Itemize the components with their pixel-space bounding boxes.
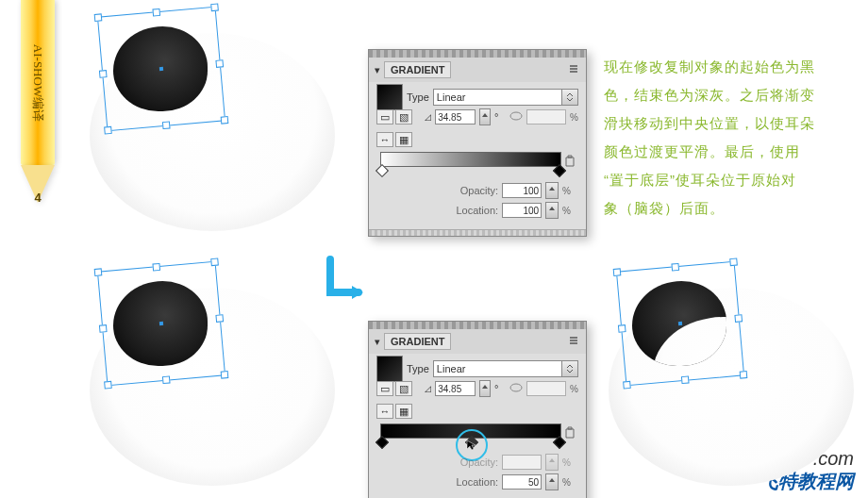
- pencil-label-marker: AI-SHOW编译 4: [21, 0, 55, 226]
- flow-arrow-icon: [326, 255, 363, 302]
- opacity-label: Opacity:: [460, 456, 498, 468]
- percent-symbol: %: [562, 457, 571, 468]
- resize-handle[interactable]: [104, 126, 112, 135]
- selection-center[interactable]: [678, 322, 682, 325]
- panel-title[interactable]: GRADIENT: [384, 61, 451, 78]
- angle-input[interactable]: 34.85: [435, 381, 475, 396]
- gradient-fill-swatch[interactable]: [376, 356, 403, 382]
- resize-handle[interactable]: [681, 375, 690, 384]
- resize-handle[interactable]: [613, 268, 622, 276]
- resize-handle[interactable]: [99, 70, 108, 78]
- aspect-ratio-input: [526, 381, 566, 396]
- resize-handle[interactable]: [729, 257, 738, 266]
- resize-handle[interactable]: [210, 3, 219, 11]
- panel-title[interactable]: GRADIENT: [384, 333, 451, 350]
- gradient-panel: ▾ GRADIENT Type Linear ▭ ▧ ◿ 34.85: [368, 321, 587, 498]
- resize-handle[interactable]: [215, 59, 224, 68]
- panel-resize-grip[interactable]: [369, 229, 586, 236]
- gradient-options-icon[interactable]: ▦: [395, 132, 412, 147]
- location-stepper[interactable]: [545, 473, 559, 490]
- stroke-gradient-icon[interactable]: ▭: [376, 109, 393, 124]
- resize-handle[interactable]: [734, 314, 743, 323]
- aspect-ratio-icon: [509, 383, 523, 394]
- location-label: Location:: [456, 205, 498, 216]
- gradient-stop[interactable]: [376, 164, 389, 177]
- dropdown-arrows-icon[interactable]: [561, 361, 577, 376]
- percent-symbol: %: [562, 477, 571, 488]
- type-label: Type: [407, 363, 429, 374]
- gradient-type-select[interactable]: Linear: [433, 89, 578, 106]
- selection-center[interactable]: [159, 322, 163, 325]
- resize-handle[interactable]: [221, 371, 229, 379]
- aspect-ratio-icon: [509, 111, 523, 123]
- reverse-gradient-button[interactable]: ↔: [376, 132, 393, 147]
- opacity-input: [502, 455, 542, 470]
- cursor-icon: [466, 440, 477, 451]
- location-label: Location:: [456, 476, 498, 488]
- stroke-gradient-along-icon[interactable]: ▧: [395, 109, 412, 124]
- resize-handle[interactable]: [740, 371, 748, 379]
- resize-handle[interactable]: [623, 381, 631, 390]
- desc-line: 滑块移动到中央位置，以使耳朵: [604, 109, 849, 138]
- svg-point-1: [510, 384, 522, 391]
- resize-handle[interactable]: [162, 375, 171, 384]
- gradient-fill-swatch[interactable]: [376, 84, 403, 110]
- resize-handle[interactable]: [221, 116, 229, 124]
- angle-icon: ◿: [425, 384, 431, 393]
- location-input[interactable]: 50: [502, 474, 542, 490]
- degree-symbol: °: [494, 383, 498, 394]
- delete-stop-icon[interactable]: [564, 155, 576, 168]
- selection-bounding-box[interactable]: [616, 261, 744, 387]
- gradient-type-select[interactable]: Linear: [433, 360, 578, 377]
- resize-handle[interactable]: [94, 13, 103, 22]
- selection-bounding-box[interactable]: [97, 261, 225, 387]
- angle-stepper[interactable]: [479, 380, 491, 397]
- angle-input[interactable]: 34.85: [435, 109, 475, 124]
- stroke-gradient-along-icon[interactable]: ▧: [395, 381, 412, 396]
- resize-handle[interactable]: [94, 268, 103, 276]
- type-label: Type: [407, 91, 429, 103]
- desc-line: “置于底层”使耳朵位于原始对: [604, 166, 849, 194]
- gradient-stop[interactable]: [376, 436, 389, 449]
- location-input[interactable]: 100: [502, 203, 542, 218]
- instruction-text: 现在修改复制对象的起始色为黑 色，结束色为深灰。之后将渐变 滑块移动到中央位置，…: [604, 53, 849, 223]
- resize-handle[interactable]: [152, 263, 160, 272]
- aspect-ratio-input: [526, 109, 566, 124]
- resize-handle[interactable]: [99, 324, 108, 333]
- chevron-down-icon[interactable]: ▾: [375, 64, 380, 76]
- selection-center[interactable]: [159, 67, 163, 71]
- opacity-label: Opacity:: [460, 185, 498, 196]
- resize-handle[interactable]: [671, 263, 679, 272]
- gradient-type-value: Linear: [437, 91, 466, 103]
- resize-handle[interactable]: [215, 314, 224, 323]
- resize-handle[interactable]: [162, 121, 171, 129]
- opacity-stepper[interactable]: [545, 182, 559, 199]
- svg-point-0: [510, 112, 522, 120]
- location-stepper[interactable]: [545, 202, 559, 219]
- reverse-gradient-button[interactable]: ↔: [376, 404, 393, 419]
- chevron-down-icon[interactable]: ▾: [375, 336, 380, 348]
- resize-handle[interactable]: [210, 257, 219, 266]
- dropdown-arrows-icon[interactable]: [561, 90, 577, 105]
- desc-line: 象（脑袋）后面。: [604, 194, 849, 223]
- resize-handle[interactable]: [104, 381, 112, 390]
- angle-stepper[interactable]: [479, 108, 491, 125]
- stroke-gradient-icon[interactable]: ▭: [376, 381, 393, 396]
- gradient-ramp[interactable]: [380, 152, 561, 167]
- degree-symbol: °: [494, 111, 498, 123]
- gradient-panel: ▾ GRADIENT Type Linear ▭ ▧ ◿ 34.85: [368, 49, 587, 237]
- resize-handle[interactable]: [618, 324, 626, 333]
- panel-menu-icon[interactable]: [567, 336, 580, 347]
- desc-line: 现在修改复制对象的起始色为黑: [604, 53, 849, 81]
- selection-bounding-box[interactable]: [97, 7, 225, 132]
- gradient-options-icon[interactable]: ▦: [395, 404, 412, 419]
- opacity-stepper: [545, 454, 559, 471]
- panel-drag-bar[interactable]: [369, 50, 586, 58]
- resize-handle[interactable]: [152, 8, 160, 17]
- panel-menu-icon[interactable]: [567, 64, 580, 75]
- angle-icon: ◿: [425, 112, 431, 122]
- step-number: 4: [21, 191, 55, 205]
- panel-drag-bar[interactable]: [369, 322, 586, 329]
- delete-stop-icon[interactable]: [564, 426, 576, 440]
- opacity-input[interactable]: 100: [502, 183, 542, 198]
